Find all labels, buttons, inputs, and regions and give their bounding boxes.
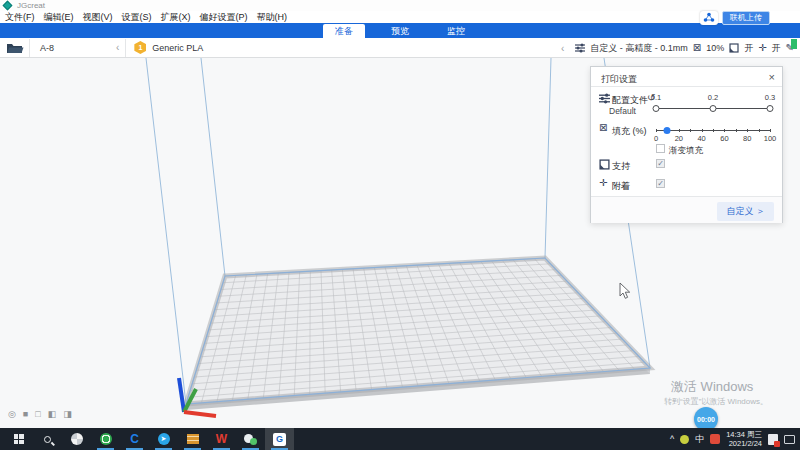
taskbar-wechat-app[interactable]: [236, 428, 265, 450]
panel-close-icon[interactable]: ×: [769, 71, 775, 83]
panel-header: 打印设置 ×: [591, 67, 782, 87]
support-summary[interactable]: 开: [744, 42, 753, 55]
taskbar-green-app[interactable]: [91, 428, 120, 450]
chat-bubbles-icon: [244, 434, 257, 445]
adhesion-icon: ✛: [599, 178, 610, 189]
infill-icon: ⊠: [693, 43, 701, 53]
taskbar-pinwheel-app[interactable]: [62, 428, 91, 450]
toolbar-divider: [125, 39, 126, 57]
profile-tick-01: 0.1: [651, 93, 661, 102]
profile-default-label: Default: [609, 106, 636, 116]
folder-icon: [6, 42, 24, 54]
support-label: 支持: [612, 160, 630, 173]
tab-preview[interactable]: 预览: [379, 24, 421, 38]
support-icon: [729, 43, 739, 53]
open-file-button[interactable]: [0, 39, 30, 57]
infill-tick-100: 100: [764, 134, 777, 143]
view-solid-icon[interactable]: ■: [23, 409, 28, 419]
search-icon: [44, 436, 51, 443]
extruder-icon: 1: [134, 41, 146, 54]
profile-summary[interactable]: 自定义 - 高精度 - 0.1mm: [590, 42, 688, 55]
tray-ime-indicator[interactable]: 中: [695, 433, 704, 446]
infill-summary[interactable]: 10%: [706, 43, 724, 53]
taskbar-jgcreat-app[interactable]: G: [265, 428, 294, 450]
paper-plane-icon: ➤: [158, 433, 170, 445]
print-settings-panel: 打印设置 × 配置文件 ↺ 0.1 0.2 0.3 Default ⊠ 填充 (…: [590, 66, 783, 223]
infill-slider[interactable]: [656, 130, 770, 131]
windows-taskbar: C ➤ W G ^ 中 14:34 周三 2021/2/24: [0, 428, 800, 450]
infill-tick-20: 20: [675, 134, 683, 143]
title-bar: JGcreat: [0, 0, 800, 11]
adhesion-icon: ✛: [758, 43, 766, 53]
taskbar-wps-app[interactable]: W: [207, 428, 236, 450]
printer-collapse-chevron[interactable]: ‹: [110, 42, 125, 53]
bank-building-icon: [187, 434, 199, 444]
menu-view[interactable]: 视图(V): [83, 11, 113, 24]
material-selector[interactable]: Generic PLA: [152, 43, 203, 53]
infill-tick-60: 60: [720, 134, 728, 143]
taskbar-browser-app[interactable]: C: [120, 428, 149, 450]
view-top-icon[interactable]: □: [35, 409, 40, 419]
windows-logo-icon: [14, 434, 24, 444]
pinwheel-icon: [71, 433, 83, 445]
adhesion-summary[interactable]: 开: [772, 42, 781, 55]
infill-tick-0: 0: [654, 134, 658, 143]
tray-notification-badge-icon[interactable]: [768, 434, 778, 445]
menu-preferences[interactable]: 偏好设置(P): [200, 11, 248, 24]
mouse-cursor: [620, 283, 630, 298]
camera-view-toolbar: ◎ ■ □ ◧ ◨: [8, 409, 72, 419]
green-artifact: [791, 39, 797, 49]
tray-red-app-icon[interactable]: [710, 434, 720, 444]
online-upload-button[interactable]: 联机上传: [722, 11, 770, 25]
panel-title: 打印设置: [601, 73, 637, 86]
taskbar-messenger-app[interactable]: ➤: [149, 428, 178, 450]
profile-sliders-icon: [599, 93, 610, 104]
profile-tick-03: 0.3: [765, 93, 775, 102]
customize-button[interactable]: 自定义 ＞: [717, 202, 774, 221]
layer-height-stop-01[interactable]: [653, 105, 660, 112]
clock-date: 2021/2/24: [726, 439, 762, 448]
gradual-infill-checkbox[interactable]: [656, 144, 665, 153]
taskbar-clock[interactable]: 14:34 周三 2021/2/24: [726, 430, 762, 448]
menu-extensions[interactable]: 扩展(X): [161, 11, 191, 24]
tab-prepare[interactable]: 准备: [323, 24, 365, 38]
printer-selector[interactable]: A-8: [40, 43, 110, 53]
window-title: JGcreat: [17, 1, 45, 10]
jgcreat-icon: G: [273, 433, 286, 446]
layer-height-stop-02[interactable]: [710, 105, 717, 112]
activate-windows-watermark-sub: 转到“设置”以激活 Windows。: [664, 396, 768, 407]
action-center-icon[interactable]: [784, 435, 795, 444]
infill-icon: ⊠: [599, 123, 610, 134]
menu-settings[interactable]: 设置(S): [122, 11, 152, 24]
layer-height-slider[interactable]: [656, 108, 770, 109]
adhesion-checkbox[interactable]: ✓: [656, 179, 665, 188]
gradual-infill-label: 渐变填充: [669, 145, 703, 157]
stage-tab-bar: 准备 预览 监控: [0, 23, 800, 38]
menu-file[interactable]: 文件(F): [5, 11, 35, 24]
settings-collapse-chevron[interactable]: ‹: [555, 43, 570, 54]
configuration-toolbar: A-8 ‹ 1 Generic PLA ‹ 自定义 - 高精度 - 0.1mm …: [0, 38, 800, 58]
activate-windows-watermark: 激活 Windows: [671, 378, 753, 396]
layer-height-stop-03[interactable]: [767, 105, 774, 112]
taskbar-bank-app[interactable]: [178, 428, 207, 450]
panel-footer: 自定义 ＞: [591, 196, 782, 223]
menu-bar: 文件(F) 编辑(E) 视图(V) 设置(S) 扩展(X) 偏好设置(P) 帮助…: [0, 11, 800, 23]
infill-tick-80: 80: [743, 134, 751, 143]
tray-antivirus-icon[interactable]: [680, 435, 689, 444]
menu-help[interactable]: 帮助(H): [257, 11, 288, 24]
tab-monitor[interactable]: 监控: [435, 24, 477, 38]
view-right-icon[interactable]: ◨: [63, 409, 72, 419]
app-logo-icon: [3, 1, 13, 11]
adhesion-label: 附着: [612, 180, 630, 193]
menu-edit[interactable]: 编辑(E): [44, 11, 74, 24]
infill-tick-40: 40: [697, 134, 705, 143]
infill-label: 填充 (%): [612, 125, 647, 138]
start-button[interactable]: [4, 428, 33, 450]
tray-show-hidden-icons[interactable]: ^: [670, 434, 674, 444]
support-icon: [599, 159, 610, 170]
taskbar-search-button[interactable]: [33, 428, 62, 450]
support-checkbox[interactable]: ✓: [656, 159, 665, 168]
view-3d-icon[interactable]: ◎: [8, 409, 16, 419]
infill-slider-handle[interactable]: [664, 127, 671, 134]
view-left-icon[interactable]: ◧: [48, 409, 57, 419]
